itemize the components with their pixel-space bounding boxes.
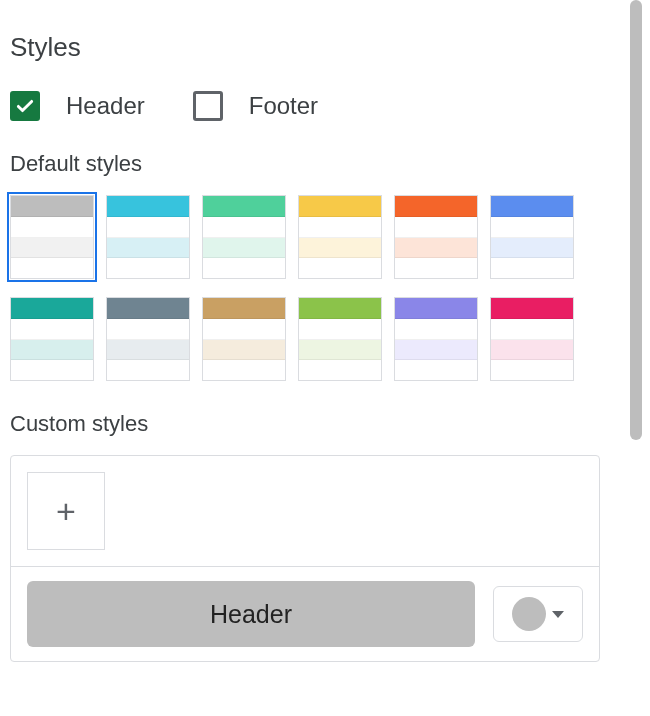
style-swatch-yellow[interactable] [298, 195, 382, 279]
style-swatch-blue[interactable] [490, 195, 574, 279]
swatch-band [299, 340, 381, 361]
default-styles-grid [10, 195, 600, 381]
swatch-band [203, 217, 285, 238]
swatch-band [11, 298, 93, 319]
swatch-band [203, 340, 285, 361]
header-checkbox[interactable]: Header [10, 91, 145, 121]
swatch-band [299, 217, 381, 238]
footer-checkbox-label: Footer [249, 92, 318, 120]
swatch-band [491, 360, 573, 380]
swatch-band [11, 196, 93, 217]
style-swatch-purple[interactable] [394, 297, 478, 381]
swatch-band [395, 196, 477, 217]
style-swatch-lime[interactable] [298, 297, 382, 381]
swatch-band [395, 360, 477, 380]
swatch-band [107, 238, 189, 259]
plus-icon: + [56, 494, 76, 528]
header-style-preview-label: Header [210, 600, 292, 629]
swatch-band [11, 340, 93, 361]
custom-styles-heading: Custom styles [10, 411, 600, 437]
scrollbar-thumb[interactable] [630, 0, 642, 440]
default-styles-heading: Default styles [10, 151, 600, 177]
swatch-band [203, 319, 285, 340]
style-swatch-teal[interactable] [10, 297, 94, 381]
style-swatch-grey[interactable] [10, 195, 94, 279]
swatch-band [299, 238, 381, 259]
custom-style-editor-row: Header [11, 567, 599, 661]
header-checkbox-label: Header [66, 92, 145, 120]
swatch-band [491, 217, 573, 238]
style-swatch-cyan[interactable] [106, 195, 190, 279]
custom-styles-box: + Header [10, 455, 600, 662]
swatch-band [299, 258, 381, 278]
swatch-band [299, 298, 381, 319]
swatch-band [491, 196, 573, 217]
add-custom-style-button[interactable]: + [27, 472, 105, 550]
swatch-band [299, 196, 381, 217]
swatch-band [395, 319, 477, 340]
swatch-band [395, 217, 477, 238]
swatch-band [11, 258, 93, 278]
swatch-band [107, 298, 189, 319]
header-color-picker[interactable] [493, 586, 583, 642]
swatch-band [107, 360, 189, 380]
header-style-preview[interactable]: Header [27, 581, 475, 647]
swatch-band [299, 319, 381, 340]
style-swatch-slate[interactable] [106, 297, 190, 381]
swatch-band [11, 360, 93, 380]
style-swatch-pink[interactable] [490, 297, 574, 381]
footer-checkbox[interactable]: Footer [193, 91, 318, 121]
swatch-band [203, 238, 285, 259]
color-swatch-icon [512, 597, 546, 631]
swatch-band [491, 238, 573, 259]
swatch-band [107, 196, 189, 217]
swatch-band [491, 340, 573, 361]
style-swatch-orange[interactable] [394, 195, 478, 279]
chevron-down-icon [552, 611, 564, 618]
swatch-band [395, 238, 477, 259]
swatch-band [107, 217, 189, 238]
swatch-band [395, 340, 477, 361]
style-swatch-green[interactable] [202, 195, 286, 279]
swatch-band [491, 298, 573, 319]
swatch-band [395, 298, 477, 319]
swatch-band [491, 258, 573, 278]
swatch-band [203, 360, 285, 380]
swatch-band [203, 298, 285, 319]
swatch-band [395, 258, 477, 278]
swatch-band [107, 258, 189, 278]
checkbox-unchecked-icon [193, 91, 223, 121]
swatch-band [11, 238, 93, 259]
swatch-band [491, 319, 573, 340]
checkbox-checked-icon [10, 91, 40, 121]
swatch-band [203, 258, 285, 278]
swatch-band [11, 319, 93, 340]
swatch-band [107, 319, 189, 340]
custom-styles-add-area: + [11, 456, 599, 567]
swatch-band [107, 340, 189, 361]
style-swatch-tan[interactable] [202, 297, 286, 381]
swatch-band [11, 217, 93, 238]
swatch-band [299, 360, 381, 380]
checkbox-row: Header Footer [10, 91, 600, 121]
swatch-band [203, 196, 285, 217]
styles-heading: Styles [10, 32, 600, 63]
